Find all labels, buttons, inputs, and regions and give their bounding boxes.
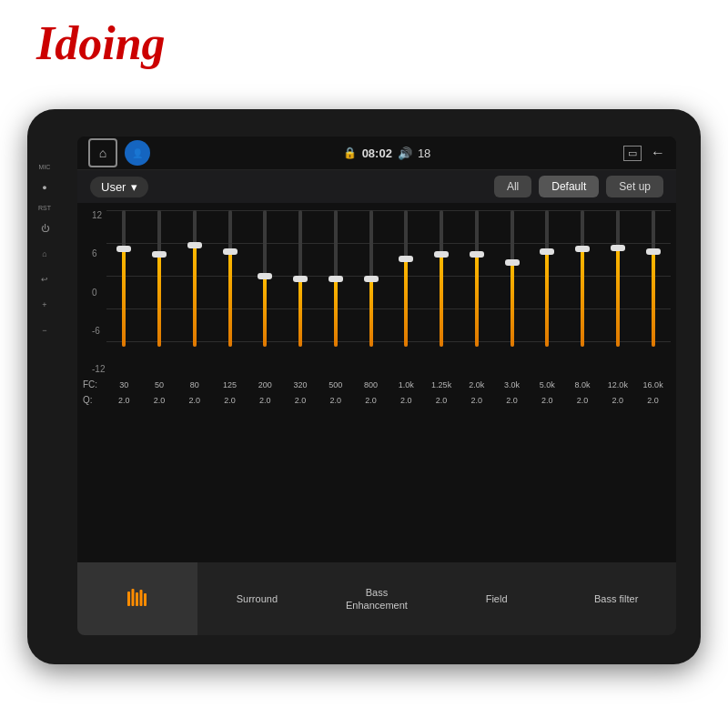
home-button[interactable]: ⌂	[88, 138, 117, 167]
fader-8[interactable]	[389, 203, 424, 353]
q-value-12: 2.0	[530, 396, 565, 405]
window-icon[interactable]: ▭	[623, 146, 642, 161]
fader-handle-7	[364, 276, 379, 282]
fader-fill-4	[263, 276, 267, 347]
back-side-btn[interactable]: ↩	[36, 271, 53, 288]
vol-up-btn[interactable]: +	[36, 297, 53, 313]
q-value-6: 2.0	[318, 396, 354, 405]
fader-handle-14	[611, 245, 625, 251]
svg-rect-3	[139, 590, 142, 606]
fader-9[interactable]	[424, 203, 460, 353]
tab-bass-enhancement[interactable]: BassEnhancement	[317, 562, 437, 635]
status-right: ▭ ←	[623, 145, 665, 161]
fader-3[interactable]	[212, 203, 248, 353]
user-avatar[interactable]: 👤	[125, 140, 150, 166]
fader-fill-8	[404, 258, 408, 347]
fader-12[interactable]	[530, 203, 565, 353]
default-button[interactable]: Default	[539, 176, 599, 197]
status-left: ⌂ 👤	[88, 138, 150, 167]
q-label: Q:	[83, 395, 106, 405]
q-value-10: 2.0	[460, 396, 495, 405]
scale-neg12: -12	[92, 364, 105, 374]
back-icon[interactable]: ←	[651, 145, 665, 161]
fader-fill-14	[616, 247, 620, 347]
fader-handle-4	[258, 273, 272, 279]
mic-label: MIC	[39, 164, 51, 170]
tab-equalizer[interactable]	[77, 562, 197, 635]
fader-handle-11	[505, 259, 520, 266]
fc-value-14: 12.0k	[601, 380, 636, 389]
bass-filter-label: Bass filter	[594, 592, 638, 605]
volume-icon: 🔊	[398, 147, 412, 160]
surround-label: Surround	[237, 592, 278, 605]
tab-bass-filter[interactable]: Bass filter	[556, 562, 676, 635]
signal-number: 18	[418, 147, 430, 160]
fc-value-3: 125	[212, 380, 248, 389]
fader-14[interactable]	[601, 203, 636, 353]
fader-handle-12	[540, 248, 554, 255]
eq-button-group: All Default Set up	[494, 176, 663, 197]
eq-scale: 12 6 0 -6 -12	[92, 210, 105, 374]
fader-10[interactable]	[460, 203, 495, 353]
fader-handle-6	[329, 276, 343, 282]
user-select-dropdown[interactable]: User ▾	[90, 177, 148, 197]
q-value-1: 2.0	[142, 396, 177, 405]
scale-6: 6	[92, 248, 105, 258]
fader-fill-9	[440, 254, 443, 347]
fader-fill-11	[511, 262, 514, 347]
svg-rect-4	[144, 593, 147, 606]
fader-fill-1	[157, 254, 161, 347]
screen: ⌂ 👤 🔒 08:02 🔊 18 ▭ ←	[77, 136, 676, 635]
fader-4[interactable]	[248, 203, 283, 353]
fc-value-13: 8.0k	[565, 380, 601, 389]
tab-bar: Surround BassEnhancement Field Bass filt…	[77, 562, 676, 635]
q-value-7: 2.0	[353, 396, 389, 405]
screen-content: ⌂ 👤 🔒 08:02 🔊 18 ▭ ←	[77, 136, 676, 635]
side-btn-1[interactable]: ●	[36, 179, 53, 196]
dropdown-arrow-icon: ▾	[131, 180, 137, 194]
fc-value-7: 800	[353, 380, 389, 389]
fc-value-9: 1.25k	[424, 380, 460, 389]
fader-2[interactable]	[177, 203, 213, 353]
bass-enhancement-label: BassEnhancement	[346, 586, 408, 612]
q-value-8: 2.0	[389, 396, 424, 405]
fader-6[interactable]	[318, 203, 354, 353]
fader-15[interactable]	[635, 203, 671, 353]
tab-field[interactable]: Field	[437, 562, 557, 635]
fader-5[interactable]	[283, 203, 318, 353]
field-label: Field	[486, 592, 508, 605]
fader-11[interactable]	[494, 203, 530, 353]
fc-value-6: 500	[318, 380, 354, 389]
fc-value-11: 3.0k	[494, 380, 530, 389]
fader-handle-10	[470, 251, 484, 258]
fader-fill-12	[545, 251, 549, 347]
tab-surround[interactable]: Surround	[197, 562, 318, 635]
fc-value-1: 50	[142, 380, 177, 389]
home-side-btn[interactable]: ⌂	[36, 246, 53, 262]
power-btn[interactable]: ⏻	[36, 220, 53, 237]
lock-icon: 🔒	[343, 147, 357, 159]
fader-handle-8	[399, 256, 413, 262]
setup-button[interactable]: Set up	[606, 176, 663, 197]
scale-12: 12	[92, 210, 105, 220]
fader-1[interactable]	[142, 203, 177, 353]
fader-fill-6	[334, 278, 338, 347]
fader-handle-5	[293, 276, 308, 282]
equalizer-icon	[126, 588, 148, 611]
fader-0[interactable]	[106, 203, 142, 353]
q-value-0: 2.0	[106, 396, 142, 405]
fc-value-10: 2.0k	[460, 380, 495, 389]
q-values: 2.02.02.02.02.02.02.02.02.02.02.02.02.02…	[106, 396, 671, 405]
fader-7[interactable]	[353, 203, 389, 353]
all-button[interactable]: All	[494, 176, 531, 197]
vol-down-btn[interactable]: −	[36, 322, 53, 339]
fader-fill-3	[228, 251, 232, 347]
fc-value-4: 200	[248, 380, 283, 389]
fader-fill-15	[652, 251, 655, 347]
page-background: Idoing MIC ● RST ⏻ ⌂ ↩ + − ⌂ 👤	[0, 0, 728, 728]
fader-13[interactable]	[565, 203, 601, 353]
q-value-9: 2.0	[424, 396, 460, 405]
fc-values: 3050801252003205008001.0k1.25k2.0k3.0k5.…	[106, 380, 671, 389]
q-value-11: 2.0	[494, 396, 530, 405]
status-bar: ⌂ 👤 🔒 08:02 🔊 18 ▭ ←	[77, 136, 676, 169]
